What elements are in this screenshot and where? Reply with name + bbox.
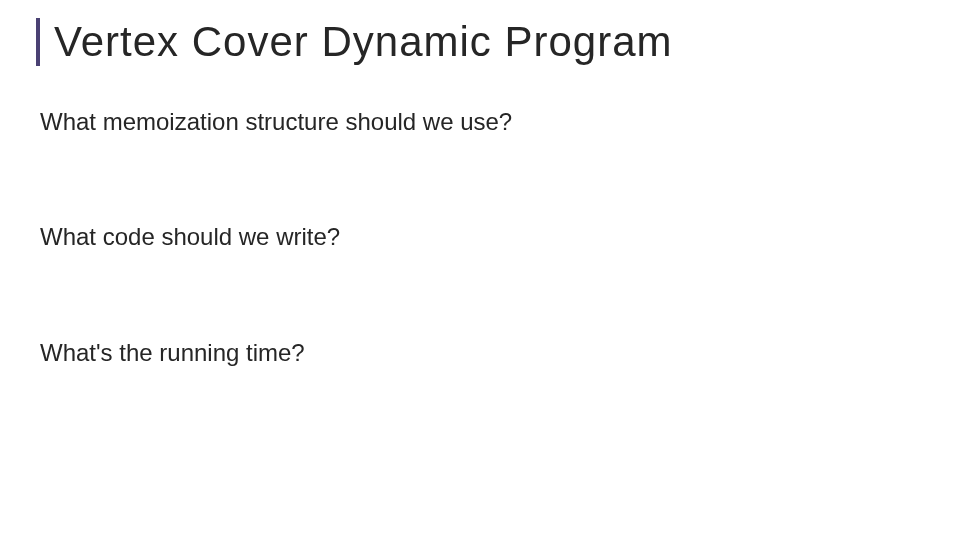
question-3: What's the running time? bbox=[40, 337, 924, 368]
slide-title: Vertex Cover Dynamic Program bbox=[54, 18, 924, 66]
slide: Vertex Cover Dynamic Program What memoiz… bbox=[0, 0, 960, 540]
question-1: What memoization structure should we use… bbox=[40, 106, 924, 137]
body: What memoization structure should we use… bbox=[36, 106, 924, 368]
question-2: What code should we write? bbox=[40, 221, 924, 252]
title-container: Vertex Cover Dynamic Program bbox=[36, 18, 924, 66]
